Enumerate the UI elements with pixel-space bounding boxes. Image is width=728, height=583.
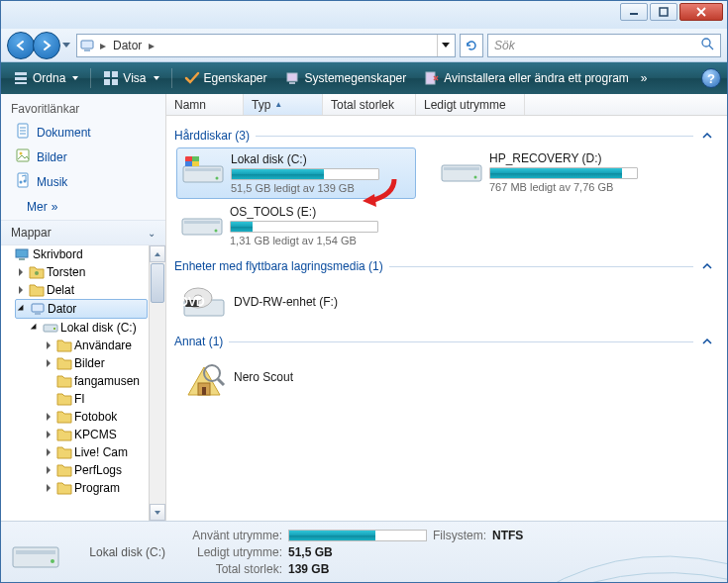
svg-rect-37 [185, 161, 192, 166]
user-folder-icon [29, 264, 45, 280]
drive-f-name: DVD-RW-enhet (F:) [234, 295, 338, 309]
content-body: Hårddiskar (3) Lokal disk (C:) 51,5 GB l… [166, 116, 727, 521]
favorite-music[interactable]: Musik [1, 169, 165, 194]
maximize-button[interactable] [650, 3, 677, 21]
collapse-icon[interactable] [699, 128, 715, 144]
tree-pictures[interactable]: Bilder [43, 354, 165, 372]
svg-point-41 [474, 176, 477, 179]
nero-scout-icon [182, 357, 226, 397]
properties-button[interactable]: Egenskaper [178, 67, 273, 89]
navigation-pane: Favoritlänkar Dokument Bilder Musik Mer … [1, 94, 166, 521]
favorite-documents[interactable]: Dokument [1, 120, 165, 145]
tree-fotobok[interactable]: Fotobok [43, 408, 165, 426]
scroll-thumb[interactable] [151, 263, 164, 303]
svg-point-27 [35, 271, 39, 275]
tree-desktop[interactable]: Skrivbord [1, 245, 165, 263]
help-button[interactable]: ? [701, 68, 721, 88]
svg-rect-43 [184, 221, 220, 224]
drive-c-bar [231, 168, 379, 180]
tree-users[interactable]: Användare [43, 337, 165, 354]
history-dropdown[interactable] [60, 39, 72, 52]
svg-rect-28 [32, 304, 44, 312]
column-totalsize[interactable]: Total storlek [323, 94, 416, 115]
item-nero[interactable]: Nero Scout [176, 353, 416, 401]
title-bar [1, 1, 727, 29]
column-name[interactable]: Namn [166, 94, 244, 115]
group-hdd[interactable]: Hårddiskar (3) [170, 120, 719, 147]
tree-program[interactable]: Program [43, 479, 165, 497]
chevron-down-icon: ⌄ [148, 228, 156, 239]
drive-d[interactable]: HP_RECOVERY (D:) 767 MB ledigt av 7,76 G… [436, 147, 676, 199]
group-removable[interactable]: Enheter med flyttbara lagringsmedia (1) [170, 250, 719, 278]
uninstall-icon [424, 70, 440, 86]
column-freespace[interactable]: Ledigt utrymme [416, 94, 525, 115]
drive-d-bar [489, 167, 638, 179]
drive-c-name: Lokal disk (C:) [231, 152, 411, 166]
svg-rect-13 [287, 73, 297, 81]
tree-fangamusen[interactable]: fangamusen [43, 372, 165, 390]
address-dropdown[interactable] [437, 35, 453, 56]
decorative-swoosh [539, 521, 727, 582]
drive-f[interactable]: DVD DVD-RW-enhet (F:) [176, 278, 416, 326]
folder-icon [56, 391, 72, 407]
tree-torsten[interactable]: Torsten [15, 263, 165, 281]
item-nero-name: Nero Scout [234, 370, 293, 384]
forward-button[interactable] [33, 32, 60, 59]
drive-e[interactable]: OS_TOOLS (E:) 1,31 GB ledigt av 1,54 GB [176, 201, 416, 250]
tree-kpcms[interactable]: KPCMS [43, 426, 165, 443]
tree-localdisk[interactable]: Lokal disk (C:) [29, 319, 165, 337]
svg-rect-12 [112, 79, 118, 85]
collapse-icon[interactable] [699, 334, 715, 349]
collapse-icon[interactable] [699, 258, 715, 274]
drive-c[interactable]: Lokal disk (C:) 51,5 GB ledigt av 139 GB [176, 147, 416, 199]
svg-rect-15 [426, 72, 435, 84]
svg-rect-7 [15, 77, 27, 80]
svg-rect-51 [202, 387, 206, 395]
scroll-down-button[interactable] [150, 504, 165, 521]
search-placeholder: Sök [494, 39, 700, 52]
svg-point-31 [53, 328, 55, 330]
back-button[interactable] [7, 32, 35, 59]
command-toolbar: Ordna Visa Egenskaper Systemegenskaper A… [1, 62, 727, 94]
svg-rect-14 [289, 82, 295, 84]
favorites-header: Favoritlänkar [1, 94, 165, 120]
tree-perflogs[interactable]: PerfLogs [43, 461, 165, 479]
address-breadcrumb[interactable]: ▸ Dator ▸ [76, 34, 456, 57]
breadcrumb-separator[interactable]: ▸ [146, 39, 157, 52]
tree-computer[interactable]: Dator [15, 299, 148, 319]
uninstall-button[interactable]: Avinstallera eller ändra ett program [418, 67, 635, 89]
close-button[interactable] [679, 3, 723, 21]
breadcrumb-separator[interactable]: ▸ [97, 39, 109, 52]
hdd-icon [440, 151, 483, 187]
organize-button[interactable]: Ordna [7, 67, 84, 89]
music-icon [15, 172, 31, 191]
svg-text:DVD: DVD [182, 295, 205, 309]
folder-icon [56, 480, 72, 496]
svg-rect-3 [84, 49, 90, 51]
views-button[interactable]: Visa [97, 67, 164, 89]
drive-d-name: HP_RECOVERY (D:) [489, 151, 672, 165]
folders-header[interactable]: Mappar ⌄ [1, 220, 165, 245]
drive-e-name: OS_TOOLS (E:) [230, 205, 412, 219]
pictures-icon [15, 147, 31, 166]
group-other[interactable]: Annat (1) [170, 326, 719, 353]
overflow-chevron-icon[interactable]: » [641, 71, 648, 85]
folder-icon [56, 409, 72, 425]
svg-rect-29 [35, 313, 41, 315]
column-type[interactable]: Typ▲ [244, 94, 323, 115]
refresh-button[interactable] [460, 34, 483, 57]
tree-scrollbar[interactable] [149, 245, 165, 521]
breadcrumb-item[interactable]: Dator [109, 39, 146, 52]
scroll-up-button[interactable] [150, 245, 165, 262]
computer-icon [30, 301, 46, 317]
system-properties-button[interactable]: Systemegenskaper [279, 67, 413, 89]
favorites-more[interactable]: Mer » [1, 194, 165, 220]
minimize-button[interactable] [620, 3, 648, 21]
favorite-pictures[interactable]: Bilder [1, 145, 165, 169]
tree-shared[interactable]: Delat [15, 281, 165, 299]
tree-livecam[interactable]: Live! Cam [43, 443, 165, 461]
tree-fi[interactable]: FI [43, 390, 165, 408]
details-fs-label: Filsystem: [433, 529, 486, 542]
search-input[interactable]: Sök [487, 34, 721, 57]
details-total-value: 139 GB [288, 562, 329, 576]
